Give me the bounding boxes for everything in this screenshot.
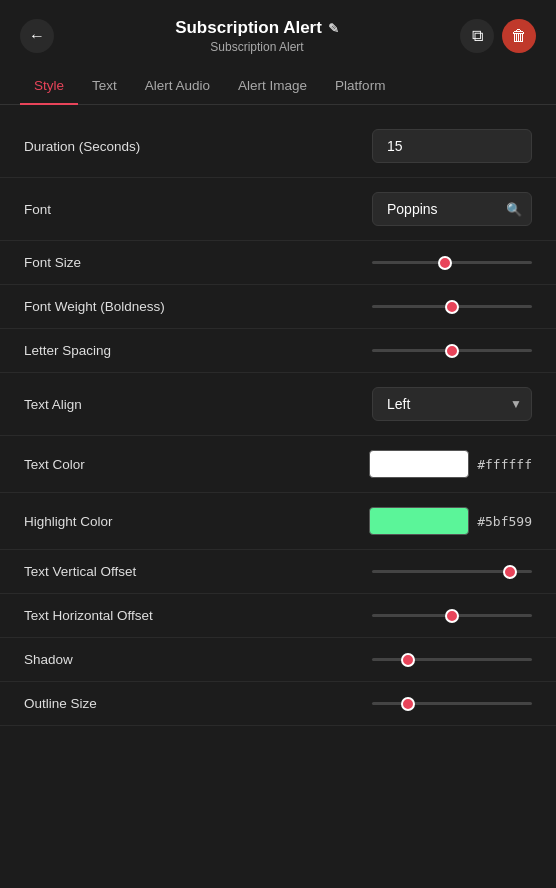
- highlight-color-hex: #5bf599: [477, 514, 532, 529]
- shadow-row: Shadow: [0, 638, 556, 682]
- outline-size-control: [372, 702, 532, 705]
- shadow-slider[interactable]: [372, 658, 532, 661]
- text-align-control: Left Center Right ▼: [372, 387, 532, 421]
- font-label: Font: [24, 202, 51, 217]
- text-color-row: Text Color #ffffff: [0, 436, 556, 493]
- letter-spacing-control: [372, 349, 532, 352]
- letter-spacing-row: Letter Spacing: [0, 329, 556, 373]
- highlight-color-swatch[interactable]: [369, 507, 469, 535]
- copy-icon: ⧉: [472, 27, 483, 45]
- letter-spacing-slider[interactable]: [372, 349, 532, 352]
- text-horizontal-offset-slider-wrapper: [372, 614, 532, 617]
- font-select-wrapper: Poppins Arial Roboto Open Sans 🔍: [372, 192, 532, 226]
- letter-spacing-label: Letter Spacing: [24, 343, 111, 358]
- font-size-slider-wrapper: [372, 261, 532, 264]
- text-color-swatch[interactable]: [369, 450, 469, 478]
- font-weight-label: Font Weight (Boldness): [24, 299, 165, 314]
- text-align-label: Text Align: [24, 397, 82, 412]
- text-vertical-offset-row: Text Vertical Offset: [0, 550, 556, 594]
- outline-size-label: Outline Size: [24, 696, 97, 711]
- tab-style[interactable]: Style: [20, 68, 78, 105]
- font-weight-slider-wrapper: [372, 305, 532, 308]
- text-color-hex: #ffffff: [477, 457, 532, 472]
- outline-size-slider[interactable]: [372, 702, 532, 705]
- text-align-select-wrapper: Left Center Right ▼: [372, 387, 532, 421]
- tab-platform[interactable]: Platform: [321, 68, 399, 105]
- text-color-swatch-row: #ffffff: [369, 450, 532, 478]
- duration-label: Duration (Seconds): [24, 139, 140, 154]
- font-size-slider[interactable]: [372, 261, 532, 264]
- text-color-label: Text Color: [24, 457, 85, 472]
- text-horizontal-offset-row: Text Horizontal Offset: [0, 594, 556, 638]
- text-vertical-offset-slider[interactable]: [372, 570, 532, 573]
- highlight-color-control: #5bf599: [369, 507, 532, 535]
- text-align-row: Text Align Left Center Right ▼: [0, 373, 556, 436]
- text-vertical-offset-slider-wrapper: [372, 570, 532, 573]
- text-align-select[interactable]: Left Center Right: [372, 387, 532, 421]
- title-text: Subscription Alert: [175, 18, 322, 38]
- highlight-color-label: Highlight Color: [24, 514, 113, 529]
- copy-button[interactable]: ⧉: [460, 19, 494, 53]
- duration-row: Duration (Seconds): [0, 115, 556, 178]
- content-area: Duration (Seconds) Font Poppins Arial Ro…: [0, 105, 556, 888]
- duration-control: [372, 129, 532, 163]
- back-icon: ←: [29, 27, 45, 45]
- duration-input[interactable]: [372, 129, 532, 163]
- text-horizontal-offset-slider[interactable]: [372, 614, 532, 617]
- font-select[interactable]: Poppins Arial Roboto Open Sans: [372, 192, 532, 226]
- shadow-slider-wrapper: [372, 658, 532, 661]
- tabs-bar: Style Text Alert Audio Alert Image Platf…: [0, 68, 556, 105]
- shadow-label: Shadow: [24, 652, 73, 667]
- text-horizontal-offset-label: Text Horizontal Offset: [24, 608, 153, 623]
- font-row: Font Poppins Arial Roboto Open Sans 🔍: [0, 178, 556, 241]
- header-title: Subscription Alert ✎: [175, 18, 339, 38]
- tab-alert-audio[interactable]: Alert Audio: [131, 68, 224, 105]
- text-vertical-offset-control: [372, 570, 532, 573]
- letter-spacing-slider-wrapper: [372, 349, 532, 352]
- back-button[interactable]: ←: [20, 19, 54, 53]
- outline-size-row: Outline Size: [0, 682, 556, 726]
- font-size-control: [372, 261, 532, 264]
- highlight-color-swatch-row: #5bf599: [369, 507, 532, 535]
- font-weight-row: Font Weight (Boldness): [0, 285, 556, 329]
- font-control: Poppins Arial Roboto Open Sans 🔍: [372, 192, 532, 226]
- header-subtitle: Subscription Alert: [210, 40, 303, 54]
- font-size-label: Font Size: [24, 255, 81, 270]
- font-weight-control: [372, 305, 532, 308]
- shadow-control: [372, 658, 532, 661]
- delete-icon: 🗑: [511, 27, 527, 45]
- header: ← Subscription Alert ✎ Subscription Aler…: [0, 0, 556, 64]
- edit-icon[interactable]: ✎: [328, 21, 339, 36]
- text-horizontal-offset-control: [372, 614, 532, 617]
- text-vertical-offset-label: Text Vertical Offset: [24, 564, 136, 579]
- tab-text[interactable]: Text: [78, 68, 131, 105]
- highlight-color-row: Highlight Color #5bf599: [0, 493, 556, 550]
- header-actions: ⧉ 🗑: [460, 19, 536, 53]
- font-size-row: Font Size: [0, 241, 556, 285]
- outline-size-slider-wrapper: [372, 702, 532, 705]
- header-center: Subscription Alert ✎ Subscription Alert: [175, 18, 339, 54]
- delete-button[interactable]: 🗑: [502, 19, 536, 53]
- tab-alert-image[interactable]: Alert Image: [224, 68, 321, 105]
- font-weight-slider[interactable]: [372, 305, 532, 308]
- app-container: ← Subscription Alert ✎ Subscription Aler…: [0, 0, 556, 888]
- text-color-control: #ffffff: [369, 450, 532, 478]
